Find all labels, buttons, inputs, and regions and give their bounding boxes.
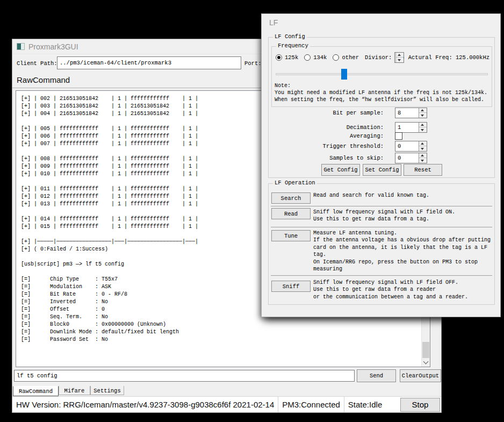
search-description: Read and search for valid known tag. (313, 192, 429, 199)
spin-buttons[interactable] (419, 108, 427, 118)
averaging-label: Averaging: (350, 133, 384, 139)
lf-operation-group: LF Operation Search Read and search for … (268, 183, 495, 305)
reset-button[interactable]: Reset (404, 164, 442, 176)
lf-dialog-titlebar[interactable]: LF (262, 14, 500, 30)
sniff-description: Sniff low frequency signal with LF field… (313, 279, 468, 301)
bit-per-sample-label: Bit per sample: (333, 110, 384, 116)
read-description: Sniff low frequency signal with LF field… (313, 209, 455, 223)
radio-134k-circle (304, 54, 311, 61)
pm3-connection-status: PM3:Connected (278, 400, 344, 409)
client-path-label: Client Path: (17, 60, 57, 67)
slider-groove (276, 73, 488, 75)
field-decimation: Decimation: 1 (269, 122, 494, 133)
app-icon (17, 43, 25, 50)
samples-to-skip-value: 0 (398, 155, 401, 161)
scroll-down-icon[interactable] (422, 359, 430, 367)
main-window-title: Proxmark3GUI (28, 42, 78, 51)
decimation-value: 1 (398, 124, 401, 131)
radio-125k[interactable]: 125k (276, 54, 298, 61)
spin-down-icon[interactable] (419, 127, 427, 132)
state-status: State:Idle (344, 400, 386, 409)
get-config-button[interactable]: Get Config (321, 164, 360, 176)
field-trigger-threshold: Trigger threshold: 0 (269, 141, 494, 152)
status-bar: HW Version: RRG/Iceman/master/v4.9237-30… (12, 396, 441, 412)
tab-rawcommand[interactable]: RawCommand (13, 386, 59, 396)
field-samples-to-skip: Samples to skip: 0 (269, 153, 494, 163)
samples-to-skip-label: Samples to skip: (329, 155, 384, 161)
spin-buttons[interactable] (419, 153, 427, 163)
radio-134k[interactable]: 134k (304, 54, 327, 61)
spin-buttons[interactable] (419, 123, 427, 132)
command-input[interactable] (14, 370, 355, 382)
spin-down-icon[interactable] (396, 58, 404, 62)
bit-per-sample-spinbox[interactable]: 8 (395, 108, 427, 118)
spin-buttons[interactable] (419, 141, 427, 151)
operation-search-row: Search Read and search for valid known t… (271, 190, 491, 206)
frequency-radio-row: 125k 134k other Divisor: 95 Actural Freq… (276, 52, 489, 63)
spin-down-icon[interactable] (419, 146, 427, 151)
tune-button[interactable]: Tune (271, 230, 311, 241)
radio-125k-circle (276, 54, 282, 61)
actual-freq-label: Actural Freq: 125.000kHz (408, 54, 489, 61)
send-button[interactable]: Send (357, 369, 396, 382)
tune-description: Measure LF antenna tuning. If the antenn… (313, 230, 491, 273)
radio-other-label: other (342, 54, 359, 61)
decimation-spinbox[interactable]: 1 (395, 122, 427, 133)
operation-read-row: Read Sniff low frequency signal with LF … (271, 206, 491, 227)
tab-mifare[interactable]: Mifare (59, 386, 90, 395)
trigger-threshold-label: Trigger threshold: (323, 143, 384, 149)
lf-config-label: LF Config (273, 33, 307, 40)
read-button[interactable]: Read (271, 208, 311, 219)
frequency-slider[interactable] (276, 69, 488, 80)
trigger-threshold-value: 0 (398, 143, 401, 149)
divisor-label: Divisor: (365, 54, 392, 61)
divisor-spinbox[interactable]: 95 (394, 52, 404, 63)
frequency-slider-handle[interactable] (341, 69, 347, 80)
operation-tune-row: Tune Measure LF antenna tuning. If the a… (271, 227, 491, 275)
set-config-button[interactable]: Set Config (363, 164, 401, 176)
lf-operation-label: LF Operation (273, 180, 317, 186)
frequency-group: Frequency 125k 134k other Divisor: 95 (271, 46, 492, 107)
bottom-tab-bar: RawCommand Mifare Settings (12, 386, 441, 397)
samples-to-skip-spinbox[interactable]: 0 (395, 153, 427, 163)
clear-output-button[interactable]: ClearOutput (400, 369, 441, 382)
spin-down-icon[interactable] (419, 158, 427, 163)
search-button[interactable]: Search (271, 192, 311, 204)
radio-other-circle (333, 54, 339, 61)
hw-version-status: HW Version: RRG/Iceman/master/v4.9237-30… (12, 400, 278, 409)
divisor-spin-buttons[interactable] (395, 53, 404, 62)
radio-other[interactable]: other (333, 54, 359, 61)
field-bit-per-sample: Bit per sample: 8 (269, 108, 494, 118)
radio-125k-label: 125k (285, 54, 298, 61)
lf-config-group: LF Config Frequency 125k 134k other Divi… (268, 37, 495, 178)
lf-dialog-title: LF (269, 18, 278, 27)
spin-up-icon[interactable] (419, 123, 427, 127)
operation-sniff-row: Sniff Sniff low frequency signal with LF… (271, 275, 491, 304)
lf-dialog-window: LF LF Config Frequency 125k 134k other D… (261, 13, 501, 317)
spin-up-icon[interactable] (419, 108, 427, 113)
averaging-checkbox[interactable] (395, 132, 402, 140)
spin-up-icon[interactable] (396, 53, 404, 58)
radio-134k-label: 134k (313, 54, 327, 61)
spin-up-icon[interactable] (419, 153, 427, 158)
tab-settings[interactable]: Settings (90, 386, 124, 395)
trigger-threshold-spinbox[interactable]: 0 (395, 141, 427, 152)
scrollbar-thumb[interactable] (422, 342, 429, 358)
spin-down-icon[interactable] (419, 113, 427, 118)
client-path-input[interactable] (57, 56, 241, 69)
sniff-button[interactable]: Sniff (271, 281, 311, 292)
stop-button[interactable]: Stop (400, 398, 440, 412)
bit-per-sample-value: 8 (398, 110, 401, 116)
port-label: Port: (244, 60, 262, 67)
frequency-label: Frequency (276, 42, 310, 49)
frequency-note: Note: You might need a modified LF anten… (275, 82, 487, 103)
decimation-label: Decimation: (347, 124, 384, 131)
spin-up-icon[interactable] (419, 141, 427, 146)
